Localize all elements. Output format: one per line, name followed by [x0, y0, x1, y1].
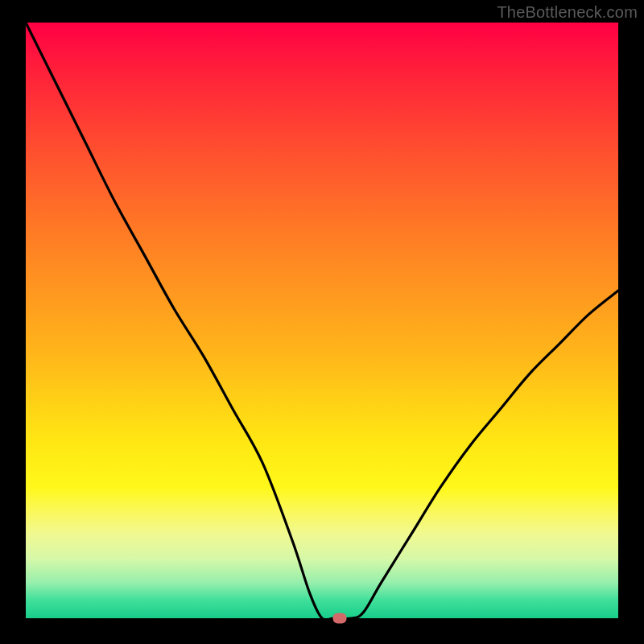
watermark-text: TheBottleneck.com	[497, 3, 638, 22]
plot-area	[26, 23, 618, 618]
bottleneck-curve-path	[26, 23, 618, 620]
optimal-point-marker	[333, 613, 347, 624]
curve-svg	[26, 23, 618, 618]
chart-stage: TheBottleneck.com	[0, 0, 644, 644]
